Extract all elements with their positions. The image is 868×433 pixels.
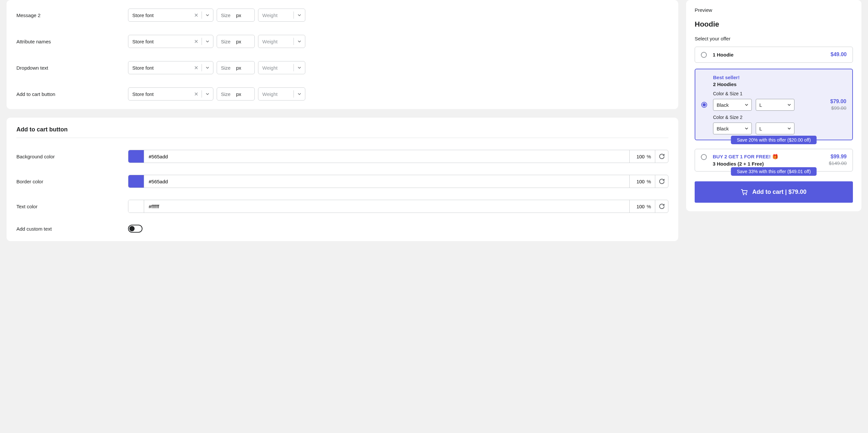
font-select[interactable]: Store font ✕ <box>128 87 213 100</box>
chevron-down-icon[interactable] <box>202 67 213 69</box>
offer-3-badge: BUY 2 GET 1 FOR FREE! 🎁 <box>713 154 778 160</box>
weight-placeholder: Weight <box>258 12 293 18</box>
offer-2-save-badge: Save 20% with this offer ($20.00 off) <box>731 136 816 144</box>
custom-text-label: Add custom text <box>17 226 128 232</box>
text-reset-button[interactable] <box>655 200 668 212</box>
offer-3-name: 3 Hoodies (2 + 1 Free) <box>713 161 778 167</box>
clear-icon[interactable]: ✕ <box>191 12 202 19</box>
cart-icon <box>741 189 747 195</box>
preview-title: Preview <box>695 7 853 13</box>
toggle-knob <box>129 226 134 231</box>
preview-card: Preview Hoodie Select your offer 1 Hoodi… <box>686 0 862 211</box>
typography-card: Message 2 Store font ✕ px Weight Attribu… <box>6 0 678 109</box>
weight-placeholder: Weight <box>258 65 293 70</box>
offer-3-radio[interactable] <box>701 154 707 160</box>
select-offer-label: Select your offer <box>695 36 853 41</box>
weight-select[interactable]: Weight <box>258 61 305 74</box>
size-input[interactable] <box>217 91 236 97</box>
chevron-down-icon[interactable] <box>202 93 213 95</box>
size-input[interactable] <box>217 12 236 18</box>
weight-placeholder: Weight <box>258 91 293 97</box>
text-color-swatch[interactable] <box>128 200 144 212</box>
typo-label: Add to cart button <box>17 91 128 97</box>
font-select[interactable]: Store font ✕ <box>128 61 213 74</box>
bg-color-swatch[interactable] <box>128 150 144 163</box>
variant-2-size-select[interactable]: L <box>756 122 795 134</box>
variant-1-size-select[interactable]: L <box>756 99 795 111</box>
variant-2-color-select[interactable]: Black <box>713 122 752 134</box>
offer-2-old-price: $99.00 <box>830 105 846 111</box>
section-title: Add to cart button <box>17 126 669 138</box>
bg-reset-button[interactable] <box>655 150 668 163</box>
chevron-down-icon[interactable] <box>202 14 213 16</box>
border-hex-input[interactable] <box>144 175 629 187</box>
size-unit: px <box>236 39 245 45</box>
chevron-down-icon[interactable] <box>294 67 305 69</box>
pct-unit: % <box>647 204 651 209</box>
add-to-cart-button[interactable]: Add to cart | $79.00 <box>695 181 853 203</box>
chevron-down-icon[interactable] <box>294 40 305 42</box>
border-opacity-input[interactable] <box>633 179 645 184</box>
chevron-down-icon <box>787 104 791 106</box>
offer-2[interactable]: Best seller! 2 Hoodies Color & Size 1 Bl… <box>695 69 853 140</box>
bg-color-label: Background color <box>17 154 128 159</box>
add-to-cart-label: Add to cart | $79.00 <box>752 189 806 196</box>
size-input[interactable] <box>217 65 236 70</box>
refresh-icon <box>659 204 664 209</box>
bg-hex-input[interactable] <box>144 150 629 163</box>
product-name: Hoodie <box>695 20 853 29</box>
chevron-down-icon[interactable] <box>294 93 305 95</box>
refresh-icon <box>659 179 664 184</box>
border-color-input-group: % <box>128 175 669 188</box>
size-unit: px <box>236 65 245 70</box>
variant-1-label: Color & Size 1 <box>713 91 824 96</box>
border-reset-button[interactable] <box>655 175 668 187</box>
offer-3-old-price: $149.00 <box>829 160 847 166</box>
font-select[interactable]: Store font ✕ <box>128 35 213 48</box>
size-input-group: px <box>217 61 255 74</box>
border-color-label: Border color <box>17 179 128 184</box>
pct-unit: % <box>647 179 651 184</box>
size-input-group: px <box>217 87 255 100</box>
typo-label: Message 2 <box>17 12 128 18</box>
offer-2-radio[interactable] <box>701 102 707 108</box>
chevron-down-icon <box>745 127 748 129</box>
text-hex-input[interactable] <box>144 200 629 212</box>
size-unit: px <box>236 91 245 97</box>
text-opacity-input[interactable] <box>633 204 645 209</box>
chevron-down-icon[interactable] <box>294 14 305 16</box>
size-input[interactable] <box>217 39 236 45</box>
refresh-icon <box>659 154 664 159</box>
text-color-label: Text color <box>17 204 128 209</box>
offer-1[interactable]: 1 Hoodie $49.00 <box>695 47 853 63</box>
weight-select[interactable]: Weight <box>258 8 305 22</box>
clear-icon[interactable]: ✕ <box>191 91 202 97</box>
custom-text-toggle[interactable] <box>128 225 143 233</box>
offer-2-price: $79.00 <box>830 98 846 105</box>
offer-1-name: 1 Hoodie <box>713 52 831 57</box>
font-select-value: Store font <box>128 12 191 18</box>
font-select-value: Store font <box>128 39 191 45</box>
offer-3-save-badge: Save 33% with this offer ($49.01 off) <box>731 167 816 176</box>
offer-3-price: $99.99 <box>829 154 847 160</box>
typo-label: Dropdown text <box>17 65 128 70</box>
offer-1-radio[interactable] <box>701 52 707 58</box>
chevron-down-icon[interactable] <box>202 40 213 42</box>
weight-select[interactable]: Weight <box>258 35 305 48</box>
clear-icon[interactable]: ✕ <box>191 38 202 45</box>
bg-opacity-input[interactable] <box>633 154 645 159</box>
font-select[interactable]: Store font ✕ <box>128 8 213 22</box>
variant-2-label: Color & Size 2 <box>713 115 824 120</box>
border-color-swatch[interactable] <box>128 175 144 187</box>
weight-placeholder: Weight <box>258 39 293 45</box>
offer-3[interactable]: BUY 2 GET 1 FOR FREE! 🎁 3 Hoodies (2 + 1… <box>695 149 853 172</box>
offer-2-badge: Best seller! <box>713 75 740 80</box>
clear-icon[interactable]: ✕ <box>191 65 202 71</box>
typo-label: Attribute names <box>17 39 128 45</box>
chevron-down-icon <box>787 127 791 129</box>
weight-select[interactable]: Weight <box>258 87 305 100</box>
variant-1-color-select[interactable]: Black <box>713 99 752 111</box>
size-input-group: px <box>217 8 255 22</box>
size-unit: px <box>236 12 245 18</box>
size-input-group: px <box>217 35 255 48</box>
